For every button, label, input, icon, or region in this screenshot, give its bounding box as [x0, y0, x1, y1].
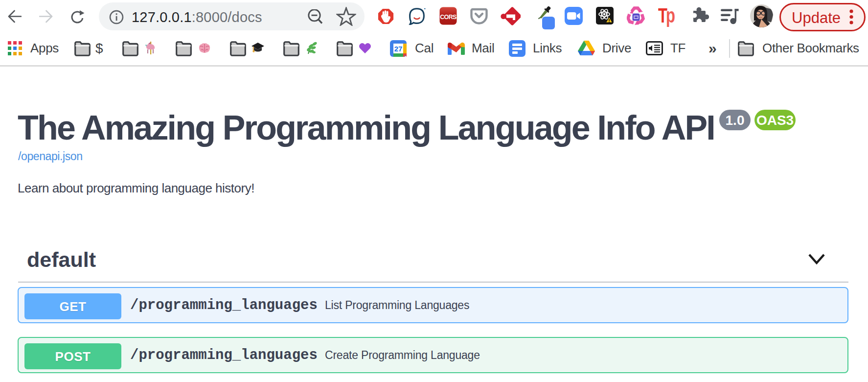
svg-text:CORS: CORS — [440, 14, 457, 21]
svg-text:27: 27 — [394, 45, 403, 53]
